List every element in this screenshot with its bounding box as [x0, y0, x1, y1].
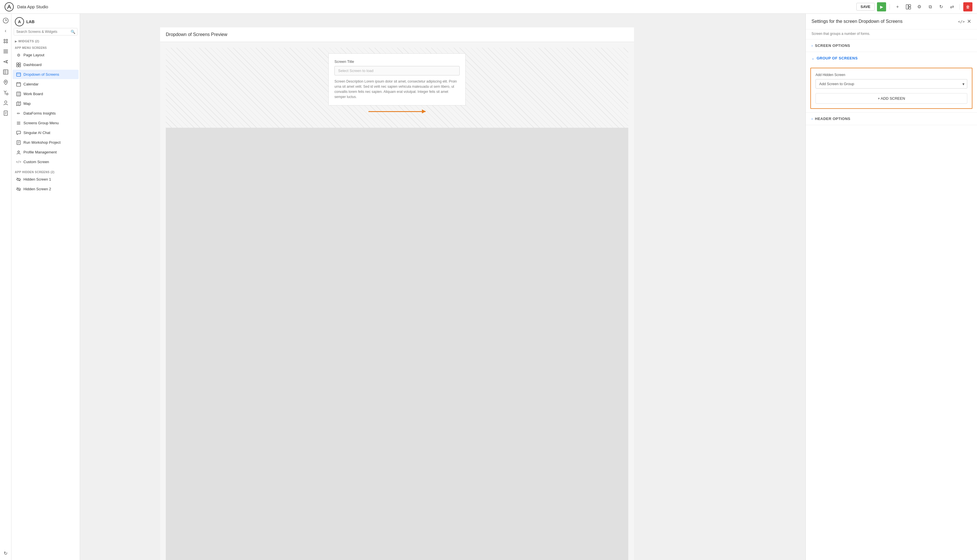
work-board-icon — [16, 92, 21, 97]
sidebar-item-map[interactable]: Map ⋮ — [13, 99, 78, 108]
settings-title: Settings for the screen Dropdown of Scre… — [812, 19, 902, 24]
svg-rect-23 — [17, 63, 18, 65]
svg-point-17 — [6, 93, 8, 95]
sidebar-nav-file[interactable] — [1, 108, 10, 118]
preview-header: Dropdown of Screens Preview — [160, 27, 634, 42]
map-label: Map — [23, 102, 67, 106]
group-section-content: Add Hidden Screen Add Screen to Group + … — [810, 68, 972, 109]
sidebar-item-screens-group-menu[interactable]: Screens Group Menu ⋮ — [13, 118, 78, 128]
sidebar-nav-user[interactable] — [1, 98, 10, 107]
group-of-screens-header[interactable]: ⌄ GROUP OF SCREENS — [806, 52, 977, 64]
calendar-label: Calendar — [23, 82, 67, 86]
add-screen-button[interactable]: + ADD SCREEN — [815, 93, 967, 104]
sidebar-nav-tools[interactable] — [1, 88, 10, 97]
play-button[interactable]: ▶ — [877, 2, 886, 12]
save-button[interactable]: SAVE — [857, 3, 875, 10]
svg-rect-25 — [17, 65, 18, 67]
header-options-header[interactable]: › HEADER OPTIONS — [806, 113, 977, 125]
group-of-screens-section: ⌄ GROUP OF SCREENS Add Hidden Screen Add… — [806, 52, 977, 113]
settings-close-button[interactable]: ✕ — [967, 18, 971, 25]
screen-title-label: Screen Title — [334, 60, 459, 64]
sidebar-nav-back[interactable]: ‹ — [1, 26, 10, 35]
screen-options-chevron: › — [812, 44, 813, 48]
app-menu-section-label: APP MENU SCREENS — [12, 45, 80, 50]
sidebar-item-dashboard[interactable]: Dashboard ⋮ — [13, 60, 78, 70]
custom-screen-label: Custom Screen — [23, 160, 67, 164]
svg-point-0 — [5, 3, 13, 11]
screen-options-header[interactable]: › SCREEN OPTIONS — [806, 40, 977, 52]
history-button[interactable]: ↻ — [937, 3, 945, 11]
sidebar-item-page-layout[interactable]: ⚙ Page Layout ⋮ — [13, 50, 78, 60]
app-title: Data App Studio — [17, 4, 853, 9]
connect-button[interactable]: ⇄ — [947, 3, 956, 11]
dashboard-label: Dashboard — [23, 63, 67, 67]
sidebar-item-calendar[interactable]: Calendar ⋮ — [13, 80, 78, 89]
sidebar-nav-home[interactable] — [1, 16, 10, 25]
hidden-screen-2-label: Hidden Screen 2 — [23, 187, 67, 191]
add-button[interactable]: + — [893, 3, 902, 11]
profile-management-icon — [16, 150, 21, 155]
icon-sidebar: ‹ — [0, 14, 12, 560]
svg-rect-12 — [3, 70, 8, 74]
add-hidden-label: Add Hidden Screen — [815, 73, 967, 77]
sidebar-nav-table[interactable] — [1, 67, 10, 77]
topbar-actions: SAVE ▶ + ⚙ ⧉ ↻ ⇄ 🗑 — [857, 2, 972, 12]
sidebar-item-dataforms-insights[interactable]: ✏ DataForms Insights ⋮ — [13, 108, 78, 118]
add-screen-dropdown[interactable]: Add Screen to Group — [815, 79, 967, 88]
header-options-section: › HEADER OPTIONS — [806, 113, 977, 125]
settings-subtitle: Screen that groups a number of forms. — [806, 30, 977, 40]
sidebar-item-run-workshop-project[interactable]: Run Workshop Project ⋮ — [13, 138, 78, 147]
run-workshop-project-icon — [16, 140, 21, 145]
profile-management-label: Profile Management — [23, 150, 67, 154]
code-button[interactable]: </> — [958, 20, 965, 24]
svg-point-6 — [6, 40, 7, 41]
sidebar-item-custom-screen[interactable]: </> Custom Screen ⋮ — [13, 157, 78, 167]
copy-button[interactable]: ⧉ — [926, 3, 934, 11]
svg-rect-9 — [3, 50, 8, 50]
select-screen-placeholder: Select Screen to load — [334, 66, 459, 75]
widgets-label: WIDGETS (2) — [18, 40, 39, 43]
delete-button[interactable]: 🗑 — [963, 2, 972, 12]
settings-header: Settings for the screen Dropdown of Scre… — [806, 14, 977, 30]
sidebar-item-work-board[interactable]: Work Board ⋮ — [13, 89, 78, 98]
work-board-label: Work Board — [23, 92, 67, 96]
sidebar-nav-refresh[interactable]: ↻ — [1, 548, 10, 558]
dropdown-screens-icon — [16, 72, 21, 77]
group-of-screens-label: GROUP OF SCREENS — [817, 56, 858, 60]
svg-rect-2 — [909, 5, 911, 7]
sidebar-nav-location[interactable] — [1, 78, 10, 87]
arrow-line — [369, 111, 426, 112]
search-input[interactable] — [14, 28, 69, 35]
group-section-inner: Add Hidden Screen Add Screen to Group + … — [815, 73, 967, 104]
layout-button[interactable] — [904, 3, 913, 11]
sidebar-nav-list[interactable] — [1, 47, 10, 56]
preview-title: Dropdown of Screens Preview — [166, 32, 227, 37]
header-options-chevron: › — [812, 117, 813, 121]
svg-rect-29 — [17, 83, 20, 86]
svg-point-7 — [4, 42, 5, 43]
svg-rect-27 — [17, 73, 20, 76]
sidebar-nav-send[interactable] — [1, 57, 10, 66]
sidebar-nav-apps[interactable] — [1, 37, 10, 46]
svg-rect-3 — [909, 7, 911, 9]
screens-group-menu-icon — [16, 120, 21, 126]
svg-rect-10 — [3, 51, 8, 52]
settings-button[interactable]: ⚙ — [915, 3, 924, 11]
svg-point-5 — [4, 40, 5, 41]
sidebar-item-hidden-screen-1[interactable]: Hidden Screen 1 ⋮ — [13, 175, 78, 184]
topbar: Data App Studio SAVE ▶ + ⚙ ⧉ ↻ ⇄ 🗑 — [0, 0, 977, 14]
main-preview-area: Dropdown of Screens Preview Screen Title… — [160, 27, 634, 560]
hidden-screen-1-label: Hidden Screen 1 — [23, 177, 67, 182]
widgets-toggle[interactable]: ▶ WIDGETS (2) — [12, 38, 80, 45]
sidebar-item-profile-management[interactable]: Profile Management ⋮ — [13, 147, 78, 157]
preview-body: Screen Title Select Screen to load Scree… — [160, 42, 634, 560]
svg-point-45 — [18, 151, 20, 153]
sidebar-item-dropdown-of-screens[interactable]: Dropdown of Screens ⋮ — [13, 70, 78, 79]
search-button[interactable]: 🔍 — [69, 28, 77, 35]
sidebar-item-hidden-screen-2[interactable]: Hidden Screen 2 ⋮ — [13, 184, 78, 194]
group-chevron: ⌄ — [812, 56, 814, 60]
app-hidden-section-label: APP HIDDEN SCREENS (2) — [12, 169, 80, 174]
page-layout-label: Page Layout — [23, 53, 67, 57]
sidebar-item-singular-ai-chat[interactable]: Singular AI Chat ⋮ — [13, 128, 78, 137]
dataforms-insights-label: DataForms Insights — [23, 111, 67, 115]
